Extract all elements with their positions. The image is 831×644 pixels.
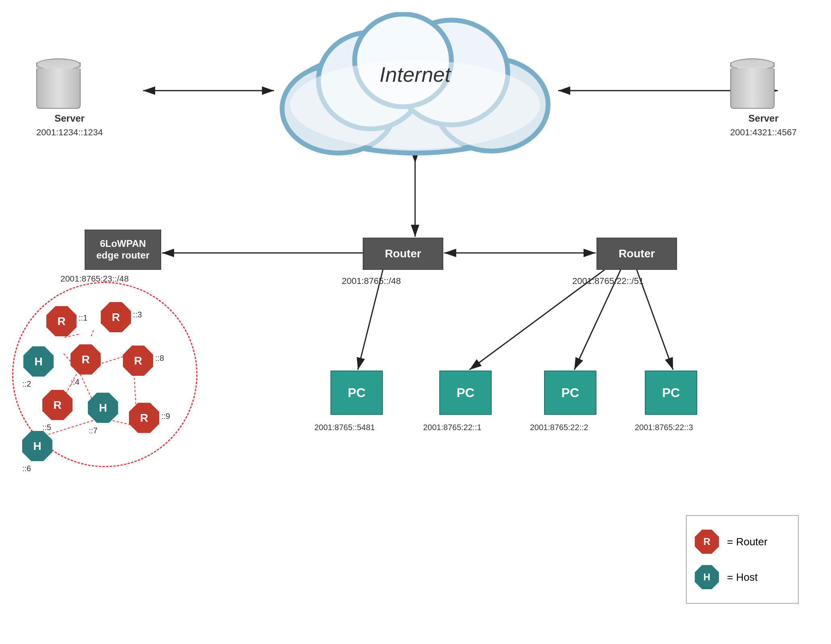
- legend-router-label: = Router: [727, 536, 767, 548]
- pc3-addr: 2001:8765:22::2: [530, 423, 588, 432]
- node-r9: R: [129, 403, 159, 433]
- node-r3-label: ::3: [133, 310, 142, 319]
- legend-host-item: H = Host: [695, 565, 790, 589]
- node-r8: R: [123, 346, 153, 376]
- node-h6: H: [22, 431, 52, 461]
- cylinder-right-body: [730, 68, 775, 109]
- server-right-label: Server: [730, 113, 797, 124]
- cylinder-body: [36, 68, 81, 109]
- server-right-cylinder: [730, 58, 775, 111]
- node-h2: H: [23, 346, 54, 377]
- node-h7-label: ::7: [89, 426, 98, 435]
- pc2-addr: 2001:8765:22::1: [423, 423, 482, 432]
- node-r3: R: [101, 302, 131, 332]
- node-h6-label: ::6: [22, 464, 31, 473]
- router-right-label: Router: [619, 247, 655, 260]
- router-center-box: Router: [363, 238, 443, 270]
- server-left-cylinder: [36, 58, 81, 111]
- router-right-box: Router: [596, 238, 677, 270]
- node-r5: R: [42, 390, 73, 420]
- node-r4: R: [71, 344, 101, 375]
- edge-router-label: 6LoWPANedge router: [96, 238, 150, 261]
- router-right-addr: 2001:8765:22::/51: [572, 276, 644, 286]
- node-r5-label: ::5: [42, 423, 51, 432]
- cloud-shape: [250, 12, 580, 165]
- node-r1: R: [46, 306, 77, 336]
- pc2-box: PC: [439, 371, 492, 415]
- node-h2-label: ::2: [22, 379, 31, 389]
- legend-host-label: = Host: [727, 571, 758, 584]
- pc4-label: PC: [662, 385, 680, 400]
- node-r9-label: ::9: [161, 412, 170, 421]
- pc3-box: PC: [544, 371, 596, 415]
- edge-router-box: 6LoWPANedge router: [85, 230, 161, 270]
- legend-router-icon: R: [695, 530, 719, 554]
- router-center-addr: 2001:8765::/48: [342, 276, 401, 286]
- node-h7: H: [88, 393, 118, 423]
- pc4-box: PC: [645, 371, 697, 415]
- server-right-addr: 2001:4321::4567: [730, 127, 797, 138]
- server-left-label: Server: [36, 113, 103, 124]
- legend-box: R = Router H = Host: [686, 515, 799, 604]
- legend-router-item: R = Router: [695, 530, 790, 554]
- node-r8-label: ::8: [155, 354, 164, 363]
- pc1-label: PC: [348, 385, 366, 400]
- node-r1-label: ::1: [79, 313, 87, 323]
- server-right: Server 2001:4321::4567: [730, 58, 797, 138]
- diagram-container: Internet Server 2001:1234::1234 Server 2…: [0, 0, 831, 644]
- pc3-label: PC: [561, 385, 579, 400]
- pc1-addr: 2001:8765::5481: [314, 423, 375, 432]
- pc2-label: PC: [457, 385, 474, 400]
- router-center-label: Router: [385, 247, 421, 260]
- internet-label: Internet: [250, 62, 580, 87]
- pc1-box: PC: [330, 371, 383, 415]
- server-left: Server 2001:1234::1234: [36, 58, 103, 138]
- node-r4-label: ::4: [71, 377, 79, 387]
- legend-host-icon: H: [695, 565, 719, 589]
- pc4-addr: 2001:8765:22::3: [635, 423, 693, 432]
- server-left-addr: 2001:1234::1234: [36, 127, 103, 138]
